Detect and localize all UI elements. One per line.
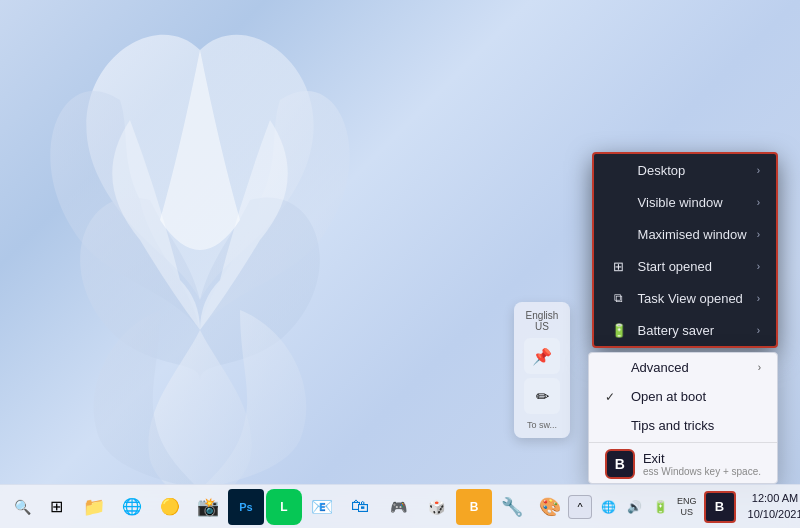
taskbar-icons: 🔍 ⊞ 📁 🌐 🟡 📸 Ps L 📧 🛍 🎮 🎲 B 🔧 🎨	[0, 489, 568, 525]
start-opened-arrow: ›	[757, 261, 760, 272]
context-menu-light: Advanced › ✓ Open at boot Tips and trick…	[588, 352, 778, 484]
exit-shortcut: ess Windows key + space.	[643, 466, 761, 477]
maximised-window-icon	[610, 225, 628, 243]
menu-item-advanced[interactable]: Advanced ›	[589, 353, 777, 382]
desktop-icon	[610, 161, 628, 179]
menu-item-start-opened[interactable]: ⊞ Start opened ›	[594, 250, 776, 282]
menu-item-desktop[interactable]: Desktop ›	[594, 154, 776, 186]
taskbar-tray: 🌐 🔊 🔋 ENG US	[596, 495, 700, 519]
desktop-wallpaper	[0, 0, 500, 510]
open-at-boot-check: ✓	[605, 390, 621, 404]
desktop: English US 📌 ✏ To sw... Desktop › Visibl…	[0, 0, 800, 528]
context-menu-wrapper: Desktop › Visible window › Maximised win…	[588, 152, 778, 484]
taskbar-clock[interactable]: 12:00 AM 10/10/2021	[740, 489, 800, 524]
taskbar-app-chrome[interactable]: 🟡	[152, 489, 188, 525]
taskbar: 🔍 ⊞ 📁 🌐 🟡 📸 Ps L 📧 🛍 🎮 🎲 B 🔧 🎨 ^	[0, 484, 800, 528]
exit-label: Exit	[643, 451, 761, 466]
advanced-arrow: ›	[758, 362, 761, 373]
tray-lang-us: US	[681, 507, 694, 518]
visible-window-arrow: ›	[757, 197, 760, 208]
exit-content: Exit ess Windows key + space.	[643, 451, 761, 477]
taskbar-app-game2[interactable]: 🎲	[418, 489, 454, 525]
taskbar-app-line[interactable]: L	[266, 489, 302, 525]
taskbar-right: ^ 🌐 🔊 🔋 ENG US B 12:00 AM 10/10/2021	[568, 489, 800, 525]
desktop-label: Desktop	[638, 163, 747, 178]
taskbar-app-store[interactable]: 🛍	[342, 489, 378, 525]
taskbar-app-mail[interactable]: 📧	[304, 489, 340, 525]
tray-battery-icon[interactable]: 🔋	[648, 495, 672, 519]
language-panel: English US 📌 ✏ To sw...	[514, 302, 570, 438]
taskbar-search-button[interactable]: 🔍	[8, 493, 36, 521]
visible-window-icon	[610, 193, 628, 211]
taskbar-app-art[interactable]: 🎨	[532, 489, 568, 525]
floating-icon-1: 📌	[524, 338, 560, 374]
tray-app-highlighted[interactable]: B	[704, 491, 736, 523]
taskbar-start-button[interactable]: ⊞	[38, 489, 74, 525]
menu-item-visible-window[interactable]: Visible window ›	[594, 186, 776, 218]
battery-saver-label: Battery saver	[638, 323, 747, 338]
task-view-arrow: ›	[757, 293, 760, 304]
clock-date: 10/10/2021	[748, 507, 800, 522]
advanced-label: Advanced	[631, 360, 748, 375]
menu-item-battery-saver[interactable]: 🔋 Battery saver ›	[594, 314, 776, 346]
task-view-icon: ⧉	[610, 289, 628, 307]
menu-item-tips-tricks[interactable]: Tips and tricks	[589, 411, 777, 440]
language-label: English US	[526, 310, 559, 332]
taskbar-app-tool[interactable]: 🔧	[494, 489, 530, 525]
context-menu-dark: Desktop › Visible window › Maximised win…	[592, 152, 778, 348]
start-opened-label: Start opened	[638, 259, 747, 274]
menu-item-task-view[interactable]: ⧉ Task View opened ›	[594, 282, 776, 314]
menu-item-exit[interactable]: B Exit ess Windows key + space.	[589, 445, 777, 483]
taskbar-app-photos[interactable]: 📸	[190, 489, 226, 525]
start-opened-icon: ⊞	[610, 257, 628, 275]
visible-window-label: Visible window	[638, 195, 747, 210]
maximised-window-arrow: ›	[757, 229, 760, 240]
task-view-label: Task View opened	[638, 291, 747, 306]
tray-sound-icon[interactable]: 🔊	[622, 495, 646, 519]
open-at-boot-label: Open at boot	[631, 389, 761, 404]
tips-tricks-label: Tips and tricks	[631, 418, 761, 433]
taskbar-app-files[interactable]: 📁	[76, 489, 112, 525]
clock-time: 12:00 AM	[752, 491, 798, 506]
exit-app-icon: B	[605, 449, 635, 479]
tray-lang-eng: ENG	[677, 496, 697, 507]
taskbar-app-game1[interactable]: 🎮	[380, 489, 416, 525]
menu-divider	[589, 442, 777, 443]
to-switch-label: To sw...	[527, 420, 557, 430]
tray-network-icon[interactable]: 🌐	[596, 495, 620, 519]
menu-item-maximised-window[interactable]: Maximised window ›	[594, 218, 776, 250]
battery-saver-icon: 🔋	[610, 321, 628, 339]
taskbar-app-b[interactable]: B	[456, 489, 492, 525]
tray-overflow-button[interactable]: ^	[568, 495, 592, 519]
battery-saver-arrow: ›	[757, 325, 760, 336]
taskbar-app-ps[interactable]: Ps	[228, 489, 264, 525]
maximised-window-label: Maximised window	[638, 227, 747, 242]
desktop-arrow: ›	[757, 165, 760, 176]
menu-item-open-at-boot[interactable]: ✓ Open at boot	[589, 382, 777, 411]
tray-lang[interactable]: ENG US	[674, 496, 700, 518]
taskbar-app-edge[interactable]: 🌐	[114, 489, 150, 525]
floating-icon-2: ✏	[524, 378, 560, 414]
